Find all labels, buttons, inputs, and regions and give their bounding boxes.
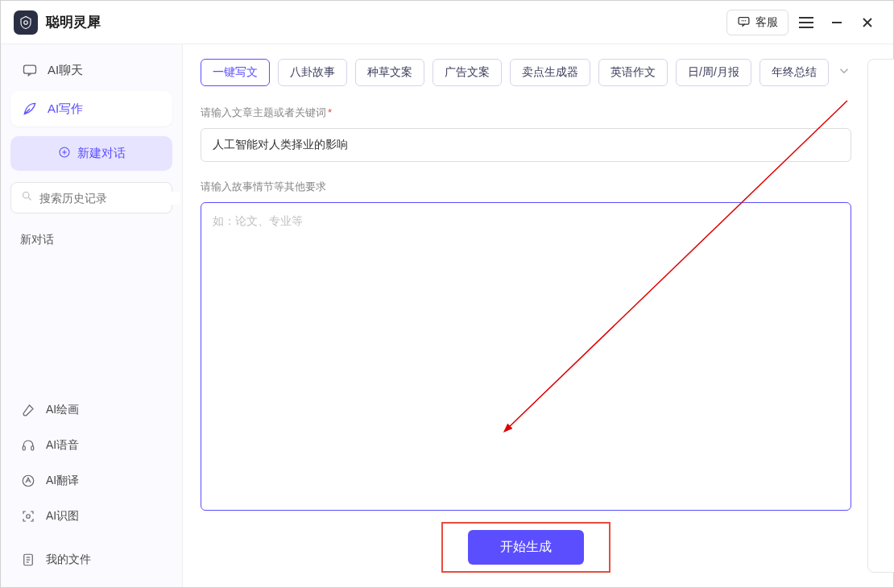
search-input[interactable] [39, 192, 180, 205]
sidebar-item-write[interactable]: AI写作 [10, 91, 172, 126]
sidebar-item-label: AI绘画 [46, 403, 79, 417]
brush-icon [20, 402, 36, 418]
tab-report[interactable]: 日/周/月报 [676, 59, 751, 86]
svg-line-13 [28, 197, 31, 200]
submit-highlight-box: 开始生成 [441, 522, 610, 573]
svg-rect-15 [31, 446, 34, 450]
titlebar-right: 客服 [726, 10, 880, 35]
sidebar-bottom: AI绘画 AI语音 AI翻译 [10, 394, 172, 579]
minimize-button[interactable] [824, 10, 850, 35]
app-logo-icon [14, 10, 38, 35]
tab-sellpoint[interactable]: 卖点生成器 [510, 59, 590, 86]
tab-english[interactable]: 英语作文 [598, 59, 668, 86]
sidebar-item-paint[interactable]: AI绘画 [10, 394, 172, 426]
sidebar-item-files[interactable]: 我的文件 [10, 544, 172, 576]
search-icon [21, 190, 33, 205]
tab-yearend[interactable]: 年终总结 [759, 59, 829, 86]
minimize-icon [830, 16, 843, 29]
feather-icon [22, 101, 38, 117]
svg-rect-14 [23, 446, 25, 450]
support-button[interactable]: 客服 [726, 10, 788, 35]
headphone-icon [20, 437, 36, 453]
svg-point-4 [745, 20, 746, 21]
svg-point-17 [27, 515, 31, 519]
svg-point-2 [742, 20, 743, 21]
tabs-row: 一键写文 八卦故事 种草文案 广告文案 卖点生成器 英语作文 日/周/月报 年终… [201, 59, 851, 86]
tab-gossip[interactable]: 八卦故事 [278, 59, 347, 86]
sidebar-item-chat[interactable]: AI聊天 [10, 52, 172, 88]
tabs-expand-button[interactable] [837, 64, 851, 81]
new-chat-button[interactable]: 新建对话 [10, 136, 172, 171]
sidebar-item-label: AI写作 [48, 101, 83, 117]
sidebar-item-translate[interactable]: AI翻译 [10, 465, 172, 497]
tab-seed[interactable]: 种草文案 [355, 59, 424, 86]
generate-button[interactable]: 开始生成 [468, 530, 584, 565]
sidebar-item-ocr[interactable]: AI识图 [10, 500, 172, 532]
svg-point-3 [743, 20, 744, 21]
titlebar-left: 聪明灵犀 [14, 10, 101, 35]
sidebar-item-label: 我的文件 [46, 553, 91, 567]
details-textarea[interactable] [201, 202, 851, 511]
sidebar-item-voice[interactable]: AI语音 [10, 429, 172, 462]
chat-bubble-icon [737, 14, 751, 31]
sidebar-item-label: AI识图 [46, 509, 79, 524]
image-scan-icon [20, 508, 36, 524]
sidebar: AI聊天 AI写作 新建对话 新对话 [1, 44, 183, 587]
sidebar-item-label: AI翻译 [46, 474, 79, 488]
search-box[interactable] [10, 182, 172, 213]
translate-icon [20, 473, 36, 489]
app-window: 聪明灵犀 客服 A [0, 0, 894, 588]
form-panel: 一键写文 八卦故事 种草文案 广告文案 卖点生成器 英语作文 日/周/月报 年终… [201, 59, 851, 573]
svg-rect-8 [24, 65, 36, 73]
new-chat-label: 新建对话 [77, 146, 126, 161]
tab-onekey[interactable]: 一键写文 [201, 59, 270, 86]
menu-button[interactable] [793, 10, 819, 35]
sidebar-item-label: AI语音 [46, 438, 79, 453]
svg-point-12 [23, 193, 30, 199]
plus-icon [58, 146, 71, 161]
tab-ad[interactable]: 广告文案 [433, 59, 502, 86]
titlebar: 聪明灵犀 客服 [1, 1, 893, 44]
close-button[interactable] [855, 10, 880, 35]
close-icon [861, 16, 874, 29]
app-title: 聪明灵犀 [46, 13, 101, 31]
chat-icon [22, 62, 38, 78]
history-item[interactable]: 新对话 [10, 225, 172, 255]
support-label: 客服 [755, 15, 778, 30]
topic-input[interactable] [201, 128, 851, 162]
chevron-down-icon [837, 64, 851, 78]
main-content: 一键写文 八卦故事 种草文案 广告文案 卖点生成器 英语作文 日/周/月报 年终… [183, 44, 894, 587]
sidebar-item-label: AI聊天 [48, 63, 83, 78]
topic-label: 请输入文章主题或者关键词* [201, 106, 851, 120]
details-label: 请输入故事情节等其他要求 [201, 180, 851, 194]
output-panel [867, 59, 894, 573]
svg-point-0 [24, 20, 28, 24]
document-icon [20, 552, 36, 568]
menu-icon [799, 17, 813, 28]
app-body: AI聊天 AI写作 新建对话 新对话 [1, 44, 893, 587]
